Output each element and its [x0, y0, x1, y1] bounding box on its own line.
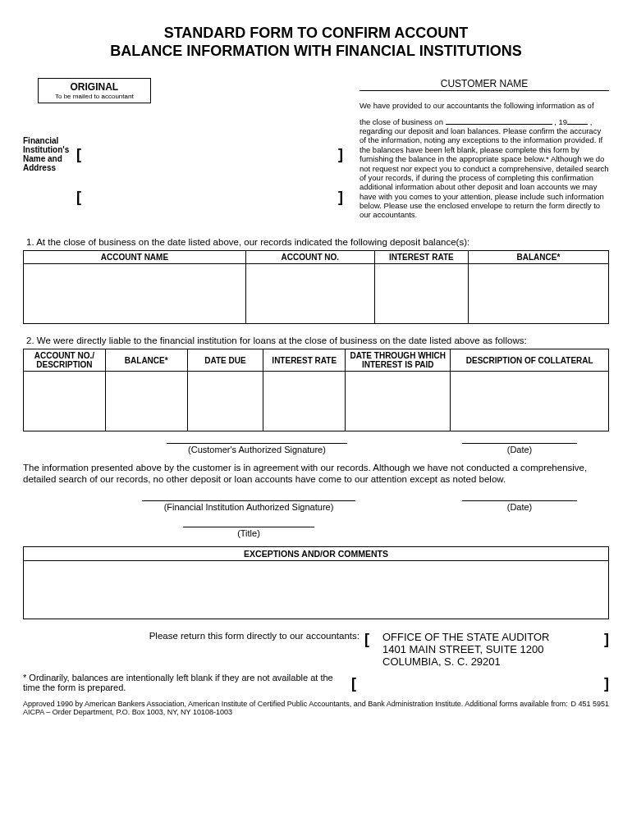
col-balance: BALANCE* — [468, 251, 608, 264]
return-address: OFFICE OF THE STATE AUDITOR 1401 MAIN ST… — [369, 631, 604, 668]
table-row[interactable] — [24, 264, 609, 324]
col-date-due: DATE DUE — [187, 349, 263, 372]
bracket-close-icon: ] — [604, 631, 609, 648]
form-title: STANDARD FORM TO CONFIRM ACCOUNT BALANCE… — [23, 25, 609, 60]
deposit-table: ACCOUNT NAME ACCOUNT NO. INTEREST RATE B… — [23, 250, 609, 324]
fin-inst-label: Financial Institution's Name and Address — [23, 136, 76, 172]
institution-signature-label[interactable]: (Financial Institution Authorized Signat… — [142, 500, 355, 512]
address-line-2: 1401 MAIN STREET, SUITE 1200 — [382, 643, 604, 655]
exceptions-header: EXCEPTIONS AND/OR COMMENTS — [23, 546, 609, 560]
address-line-1: OFFICE OF THE STATE AUDITOR — [382, 631, 604, 643]
return-section: Please return this form directly to our … — [23, 631, 609, 668]
bottom-note: D 451 5951 Approved 1990 by American Ban… — [23, 701, 609, 717]
col-account-name: ACCOUNT NAME — [24, 251, 246, 264]
original-label: ORIGINAL — [55, 81, 134, 93]
customer-signature-label[interactable]: (Customer's Authorized Signature) — [167, 443, 347, 454]
fin-inst-row-2: [ ] — [23, 189, 343, 206]
original-box: ORIGINAL To be mailed to accountant — [38, 78, 151, 103]
title-label[interactable]: (Title) — [183, 527, 314, 538]
original-sublabel: To be mailed to accountant — [55, 93, 134, 100]
bracket-close-icon: ] — [338, 189, 343, 206]
intro-body: regarding our deposit and loan balances.… — [360, 126, 609, 220]
customer-signature-section: (Customer's Authorized Signature) (Date) — [23, 443, 609, 454]
title-line-2: BALANCE INFORMATION WITH FINANCIAL INSTI… — [23, 43, 609, 61]
section-1-intro: 1. At the close of business on the date … — [23, 237, 609, 247]
col-interest-paid: DATE THROUGH WHICH INTEREST IS PAID — [346, 349, 451, 372]
col-account-no: ACCOUNT NO. — [245, 251, 374, 264]
table-header-row: ACCOUNT NO./ DESCRIPTION BALANCE* DATE D… — [24, 349, 609, 372]
bracket-open-icon: [ — [76, 146, 81, 163]
exceptions-field[interactable] — [23, 560, 609, 619]
top-section: ORIGINAL To be mailed to accountant Fina… — [23, 78, 609, 222]
title-line-1: STANDARD FORM TO CONFIRM ACCOUNT — [23, 25, 609, 43]
customer-name-label: CUSTOMER NAME — [360, 78, 609, 91]
loan-table: ACCOUNT NO./ DESCRIPTION BALANCE* DATE D… — [23, 349, 609, 431]
right-column: CUSTOMER NAME We have provided to our ac… — [360, 78, 609, 222]
form-page: STANDARD FORM TO CONFIRM ACCOUNT BALANCE… — [0, 0, 632, 733]
col-account-desc: ACCOUNT NO./ DESCRIPTION — [24, 349, 106, 372]
accountant-field-2[interactable] — [356, 675, 604, 692]
bracket-close-icon: ] — [338, 146, 343, 163]
form-id: D 451 5951 — [570, 701, 609, 709]
section-2-intro: 2. We were directly liable to the financ… — [23, 336, 609, 345]
customer-date-label[interactable]: (Date) — [462, 443, 577, 454]
agreement-text: The information presented above by the c… — [23, 463, 609, 486]
intro-year-prefix: , 19 — [554, 117, 567, 126]
col-balance: BALANCE* — [105, 349, 187, 372]
col-interest-rate: INTEREST RATE — [263, 349, 346, 372]
year-field[interactable] — [567, 124, 588, 125]
table-header-row: ACCOUNT NAME ACCOUNT NO. INTEREST RATE B… — [24, 251, 609, 264]
close-date-field[interactable] — [446, 124, 552, 125]
table-row[interactable] — [24, 372, 609, 431]
col-collateral: DESCRIPTION OF COLLATERAL — [451, 349, 609, 372]
intro-date-prefix: the close of business on — [360, 117, 443, 126]
intro-line-1: We have provided to our accountants the … — [360, 101, 609, 110]
col-interest-rate: INTEREST RATE — [374, 251, 468, 264]
institution-date-label[interactable]: (Date) — [462, 500, 577, 512]
footnote: * Ordinarily, balances are intentionally… — [23, 673, 351, 692]
bracket-close-icon: ] — [604, 675, 609, 692]
institution-signature-section: (Financial Institution Authorized Signat… — [23, 500, 609, 538]
intro-text: We have provided to our accountants the … — [360, 101, 609, 220]
return-label: Please return this form directly to our … — [23, 631, 364, 668]
left-column: ORIGINAL To be mailed to accountant Fina… — [23, 78, 360, 222]
bracket-open-icon: [ — [76, 189, 81, 206]
address-line-3: COLUMBIA, S. C. 29201 — [382, 655, 604, 668]
fin-inst-row-1: Financial Institution's Name and Address… — [23, 136, 343, 172]
